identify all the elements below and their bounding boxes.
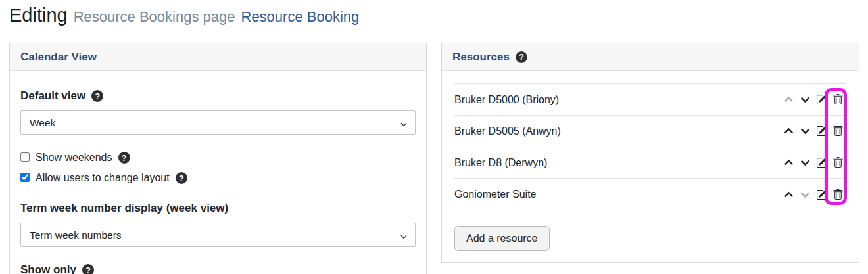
- show-only-label-row: Show only ?: [20, 263, 416, 274]
- default-view-label-row: Default view ?: [20, 89, 416, 103]
- move-up-button chevron-up-icon[interactable]: [781, 92, 797, 108]
- resource-row: Bruker D5000 (Briony): [454, 84, 846, 116]
- resource-row-actions: [781, 155, 846, 171]
- term-week-label: Term week number display (week view): [20, 202, 228, 215]
- term-week-label-row: Term week number display (week view): [20, 202, 416, 215]
- resource-row-actions: [781, 187, 846, 202]
- allow-layout-checkbox[interactable]: [20, 173, 30, 182]
- delete-button trash-icon[interactable]: [830, 187, 846, 202]
- page-title-target-link[interactable]: Resource Booking: [241, 9, 360, 26]
- resource-row-actions: [781, 124, 846, 139]
- help-icon[interactable]: ?: [91, 90, 103, 102]
- move-up-button chevron-up-icon[interactable]: [781, 155, 797, 171]
- move-up-button chevron-up-icon[interactable]: [781, 124, 797, 139]
- help-icon[interactable]: ?: [176, 172, 187, 184]
- calendar-view-body: Default view ? Week Show weekends ? Allo…: [10, 89, 426, 274]
- show-weekends-row: Show weekends ?: [20, 152, 416, 164]
- delete-button trash-icon[interactable]: [830, 155, 846, 171]
- term-week-select-wrap: Term week numbers: [20, 223, 416, 247]
- resources-list: Bruker D5000 (Briony) Bru: [454, 83, 846, 210]
- edit-button pencil-square-icon[interactable]: [813, 124, 830, 139]
- default-view-select[interactable]: Week: [20, 110, 416, 135]
- move-down-button chevron-down-icon[interactable]: [797, 92, 813, 108]
- resource-row: Bruker D8 (Derwyn): [454, 147, 846, 179]
- resources-title: Resources: [452, 51, 510, 64]
- move-down-button chevron-down-icon[interactable]: [797, 124, 813, 139]
- add-resource-button[interactable]: Add a resource: [454, 226, 550, 251]
- show-weekends-checkbox[interactable]: [20, 152, 30, 162]
- delete-button trash-icon[interactable]: [830, 92, 846, 108]
- move-down-button chevron-down-icon[interactable]: [797, 155, 813, 171]
- edit-button pencil-square-icon[interactable]: [813, 92, 830, 108]
- help-icon[interactable]: ?: [82, 264, 94, 274]
- edit-button pencil-square-icon[interactable]: [813, 187, 830, 202]
- delete-button trash-icon[interactable]: [830, 124, 846, 139]
- help-icon[interactable]: ?: [516, 51, 527, 63]
- help-icon[interactable]: ?: [118, 152, 130, 164]
- resource-name: Bruker D8 (Derwyn): [454, 157, 781, 169]
- allow-layout-label: Allow users to change layout: [36, 172, 170, 184]
- resource-name: Bruker D5005 (Anwyn): [454, 126, 781, 137]
- show-only-label: Show only: [20, 263, 76, 274]
- title-divider: [9, 34, 859, 34]
- page-title-context: Resource Bookings page: [74, 9, 235, 26]
- resources-panel: Resources ? Bruker D5000 (Briony): [441, 43, 859, 263]
- calendar-view-panel: Calendar View Default view ? Week Show w…: [9, 43, 427, 274]
- term-week-select[interactable]: Term week numbers: [20, 223, 416, 247]
- calendar-view-title: Calendar View: [20, 51, 97, 64]
- show-weekends-label: Show weekends: [36, 152, 112, 164]
- calendar-view-panel-header: Calendar View: [10, 43, 426, 71]
- default-view-label: Default view: [20, 89, 85, 103]
- edit-button pencil-square-icon[interactable]: [813, 155, 830, 171]
- resource-row: Bruker D5005 (Anwyn): [454, 116, 846, 147]
- resource-name: Bruker D5000 (Briony): [454, 94, 781, 106]
- resource-row: Goniometer Suite: [454, 179, 846, 210]
- default-view-select-wrap: Week: [20, 110, 416, 135]
- resource-name: Goniometer Suite: [454, 189, 781, 200]
- page-title: Editing Resource Bookings page Resource …: [9, 5, 359, 26]
- resources-panel-header: Resources ?: [442, 43, 859, 71]
- resource-row-actions: [781, 92, 846, 108]
- move-up-button chevron-up-icon[interactable]: [781, 187, 797, 202]
- allow-layout-row: Allow users to change layout ?: [20, 172, 416, 184]
- move-down-button chevron-down-icon[interactable]: [797, 187, 813, 202]
- page-title-action: Editing: [9, 5, 68, 26]
